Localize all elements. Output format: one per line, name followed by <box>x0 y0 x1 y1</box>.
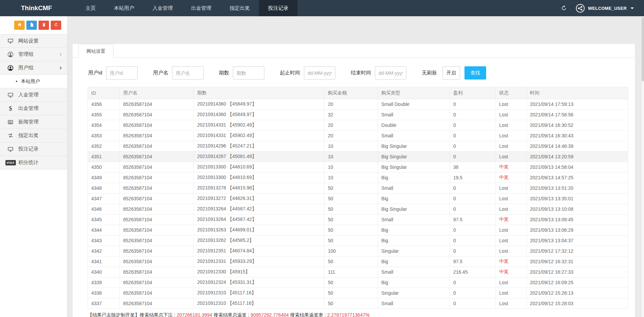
scrollbar-thumb[interactable] <box>642 17 644 81</box>
cell-username: 85263587104 <box>120 288 194 298</box>
cell-profit: 97.5 <box>450 214 496 225</box>
avatar-icon <box>576 4 585 13</box>
summary-prefix: 【结果已去除定制开奖】搜索结果总下注 : <box>88 312 177 317</box>
cell-id: 4344 <box>88 225 120 235</box>
cell-profit: 0 <box>450 204 496 214</box>
cell-type: Double <box>378 120 450 131</box>
cell-profit: 0 <box>450 183 496 194</box>
cell-period: 20210913264 【44587.42】 <box>194 204 325 214</box>
cell-type: Big <box>378 277 450 288</box>
cell-status: Lost <box>496 225 526 235</box>
cell-time: 2021/09/14 17:59:13 <box>526 99 628 110</box>
vertical-scrollbar[interactable] <box>641 16 644 317</box>
nav-item-1[interactable]: 本站用户 <box>105 0 143 16</box>
period-input[interactable] <box>233 66 264 80</box>
start-time-input[interactable] <box>304 66 335 80</box>
table-row: 43488526358710420210913278 【44815.98】50S… <box>88 183 628 194</box>
trash-icon <box>42 22 46 28</box>
cell-period: 20210912324 【45331.31】 <box>194 277 325 288</box>
cell-amount: 50 <box>324 298 378 309</box>
cell-id: 4348 <box>88 183 120 194</box>
cell-status: Lost <box>496 194 526 204</box>
cell-type: Big <box>378 256 450 267</box>
cell-id: 4343 <box>88 235 120 246</box>
total-bets-value: 207266181.3994 <box>177 312 212 317</box>
search-button[interactable]: 查找 <box>464 66 486 80</box>
user-id-input[interactable] <box>106 66 138 80</box>
user-group-icon <box>7 65 14 71</box>
sidebar-item-2[interactable]: 用户组 <box>0 61 67 75</box>
cell-period: 20210914331 【45902.49】 <box>194 120 325 131</box>
cell-type: Small <box>378 267 450 277</box>
cell-profit: 97.5 <box>450 256 496 267</box>
cell-time: 2021/09/12 16:32:31 <box>526 256 628 267</box>
sidebar-item-3[interactable]: 本站用户 <box>0 75 67 88</box>
start-time-label: 起止时间 <box>280 70 300 76</box>
cell-profit: 0 <box>450 141 496 152</box>
cell-time: 2021/09/12 17:32:12 <box>526 246 628 256</box>
cell-username: 85263587104 <box>120 131 194 141</box>
brand-logo[interactable]: ThinkCMF <box>21 0 72 16</box>
cell-username: 85263587104 <box>120 152 194 162</box>
sidebar-item-label: 本站用户 <box>21 78 40 85</box>
cell-profit: 216.45 <box>450 267 496 277</box>
cell-id: 4350 <box>88 162 120 173</box>
cell-time: 2021/09/12 15:28:13 <box>526 288 628 298</box>
cell-amount: 20 <box>324 120 378 131</box>
nav-item-4[interactable]: 指定出奖 <box>220 0 259 16</box>
end-time-input[interactable] <box>375 66 406 80</box>
nav-item-2[interactable]: 入金管理 <box>143 0 182 16</box>
sidebar-item-9[interactable]: VISA积分统计 <box>0 156 67 169</box>
trash-button[interactable] <box>39 21 49 30</box>
cell-status: 中奖 <box>496 256 526 267</box>
sidebar-item-7[interactable]: 指定出奖 <box>0 129 67 142</box>
search-form: 用户id 用户名 期数 起止时间 结束时间 无刷新 开启 查找 <box>73 58 635 86</box>
admin-group-icon <box>7 51 14 58</box>
col-profit: 盈利 <box>450 87 496 99</box>
cell-status: Lost <box>496 246 526 256</box>
cell-username: 85263587104 <box>120 246 194 256</box>
sidebar-item-6[interactable]: 新闻管理 <box>0 115 67 129</box>
cell-period: 20210914360 【45849.97】 <box>194 110 325 120</box>
user-menu[interactable]: WELCOME_USER <box>576 4 634 13</box>
table-row: 43428526358710420210912351 【46074.84】100… <box>88 246 628 256</box>
sidebar-item-0[interactable]: 网站设置 <box>0 34 67 48</box>
cell-amount: 111 <box>324 267 378 277</box>
sidebar-toolbar <box>0 16 67 34</box>
cell-username: 85263587104 <box>120 110 194 120</box>
home-button[interactable] <box>14 21 25 30</box>
exchange-icon <box>7 132 14 139</box>
cell-time: 2021/09/14 17:58:56 <box>526 110 628 120</box>
refresh-icon[interactable] <box>561 5 567 11</box>
cell-period: 20210912351 【46074.84】 <box>194 246 325 256</box>
username-input[interactable] <box>172 66 204 80</box>
cell-username: 85263587104 <box>120 256 194 267</box>
nav-item-5[interactable]: 投注记录 <box>259 0 297 16</box>
cell-period: 20210913278 【44815.98】 <box>194 183 325 194</box>
sidebar-item-5[interactable]: $出金管理 <box>0 102 67 115</box>
sidebar-item-label: 管理组 <box>18 51 33 58</box>
cell-profit: 0 <box>450 225 496 235</box>
nav-item-0[interactable]: 主页 <box>76 0 105 16</box>
cell-type: Small <box>378 110 450 120</box>
tab-site-settings[interactable]: 网站设置 <box>78 44 114 58</box>
file-button[interactable] <box>26 21 37 30</box>
cell-id: 4341 <box>88 256 120 267</box>
cell-amount: 10 <box>324 141 378 152</box>
news-icon <box>7 119 14 125</box>
sidebar-item-1[interactable]: 管理组 <box>0 48 67 61</box>
cell-amount: 50 <box>324 225 378 235</box>
cell-type: Small Double <box>378 99 450 110</box>
recycle-button[interactable] <box>51 21 61 30</box>
sidebar-item-4[interactable]: 入金管理 <box>0 88 67 102</box>
toggle-refresh-button[interactable]: 开启 <box>443 66 460 80</box>
cell-username: 85263587104 <box>120 194 194 204</box>
sidebar-item-8[interactable]: 投注记录 <box>0 142 67 156</box>
cell-profit: 0 <box>450 194 496 204</box>
cell-username: 85263587104 <box>120 120 194 131</box>
cell-period: 20210912330 【45915】 <box>194 267 325 277</box>
monitor-icon <box>7 92 14 98</box>
nav-item-3[interactable]: 出金管理 <box>182 0 220 16</box>
cell-time: 2021/09/12 16:27:33 <box>526 267 628 277</box>
cell-type: Small <box>378 214 450 225</box>
